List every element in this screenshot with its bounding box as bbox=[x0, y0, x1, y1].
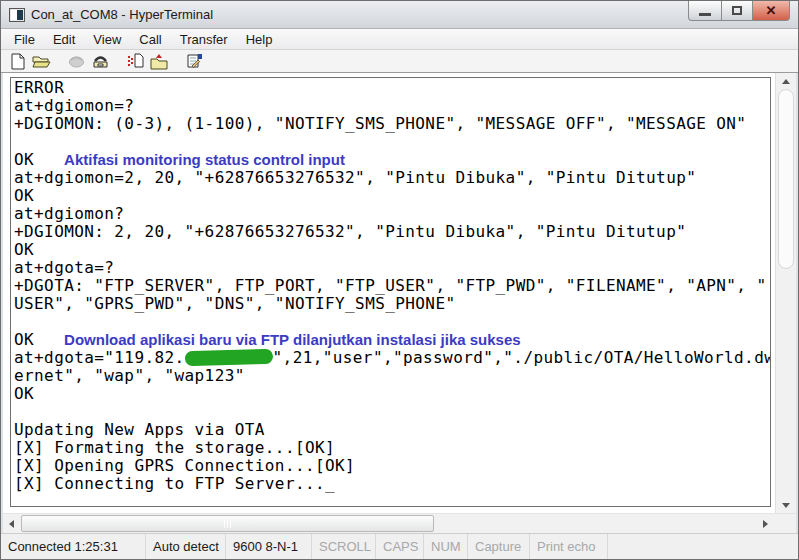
terminal-line: +DGIOMON: (0-3), (1-100), "NOTIFY_SMS_PH… bbox=[14, 115, 770, 133]
terminal-text: at+dgota="119.82. bbox=[14, 348, 185, 367]
status-connection-time: Connected 1:25:31 bbox=[1, 534, 146, 559]
terminal-line: USER", "GPRS_PWD", "DNS", "NOTIFY_SMS_PH… bbox=[14, 295, 770, 313]
annotation-note: Aktifasi monitoring status control input bbox=[64, 151, 345, 168]
menu-transfer[interactable]: Transfer bbox=[171, 30, 237, 49]
terminal-line: at+dgiomon=2, 20, "+62876653276532", "Pi… bbox=[14, 169, 770, 187]
scroll-up-icon bbox=[782, 79, 790, 84]
terminal-line: [X] Formating the storage...[OK] bbox=[14, 439, 770, 457]
send-file-icon[interactable] bbox=[125, 52, 145, 70]
annotation-note: Download aplikasi baru via FTP dilanjutk… bbox=[64, 331, 521, 348]
terminal-text: [X] Formating the storage...[OK] bbox=[14, 438, 335, 457]
vertical-scroll-thumb[interactable] bbox=[778, 89, 794, 269]
receive-file-icon[interactable] bbox=[149, 52, 169, 70]
menu-file[interactable]: File bbox=[5, 30, 44, 49]
terminal-line bbox=[14, 313, 770, 331]
terminal-region: ERRORat+dgiomon=?+DGIOMON: (0-3), (1-100… bbox=[1, 73, 798, 533]
terminal-text: [X] Connecting to FTP Server..._ bbox=[14, 474, 335, 493]
status-filler bbox=[608, 534, 798, 559]
status-print-echo: Print echo bbox=[530, 534, 608, 559]
terminal-line: OK bbox=[14, 241, 770, 259]
terminal-line: ERROR bbox=[14, 79, 770, 97]
window-title: Con_at_COM8 - HyperTerminal bbox=[31, 7, 213, 22]
terminal-text: USER", "GPRS_PWD", "DNS", "NOTIFY_SMS_PH… bbox=[14, 294, 455, 313]
scroll-down-icon bbox=[782, 503, 790, 508]
menu-bar: FileEditViewCallTransferHelp bbox=[1, 29, 798, 50]
terminal-text: at+dgota=? bbox=[14, 258, 114, 277]
status-num-lock: NUM bbox=[424, 534, 468, 559]
hyperterminal-window: Con_at_COM8 - HyperTerminal ✕ FileEditVi… bbox=[0, 0, 799, 560]
terminal-line: OK bbox=[14, 385, 770, 403]
terminal-output[interactable]: ERRORat+dgiomon=?+DGIOMON: (0-3), (1-100… bbox=[10, 77, 771, 507]
vertical-scrollbar[interactable] bbox=[775, 73, 796, 513]
terminal-text: +DGOTA: "FTP_SERVER", FTP_PORT, "FTP_USE… bbox=[14, 276, 766, 295]
terminal-text: +DGIOMON: (0-3), (1-100), "NOTIFY_SMS_PH… bbox=[14, 114, 746, 133]
horizontal-scroll-track[interactable] bbox=[20, 514, 757, 533]
open-connection-icon[interactable] bbox=[31, 52, 51, 70]
terminal-line: OK bbox=[14, 187, 770, 205]
toolbar bbox=[1, 50, 798, 73]
properties-icon[interactable] bbox=[184, 52, 204, 70]
minimize-button[interactable] bbox=[688, 1, 722, 21]
status-caps-lock: CAPS bbox=[376, 534, 424, 559]
menu-call[interactable]: Call bbox=[130, 30, 170, 49]
terminal-text: +DGIOMON: 2, 20, "+62876653276532", "Pin… bbox=[14, 222, 686, 241]
call-icon[interactable] bbox=[66, 52, 86, 70]
vertical-scroll-track[interactable] bbox=[776, 89, 796, 497]
terminal-line: [X] Opening GPRS Connection...[OK] bbox=[14, 457, 770, 475]
scroll-grip-icon bbox=[224, 520, 231, 528]
maximize-icon bbox=[732, 6, 742, 15]
terminal-text: at+dgiomon=? bbox=[14, 96, 134, 115]
close-icon: ✕ bbox=[766, 4, 777, 17]
status-scroll-lock: SCROLL bbox=[312, 534, 376, 559]
terminal-line: +DGOTA: "FTP_SERVER", FTP_PORT, "FTP_USE… bbox=[14, 277, 770, 295]
status-port-settings: 9600 8-N-1 bbox=[226, 534, 312, 559]
scroll-right-icon bbox=[763, 520, 768, 528]
status-capture: Capture bbox=[468, 534, 530, 559]
terminal-text: ERROR bbox=[14, 78, 64, 97]
terminal-line: at+dgiomon? bbox=[14, 205, 770, 223]
terminal-text: at+dgiomon=2, 20, "+62876653276532", "Pi… bbox=[14, 168, 696, 187]
scroll-left-button[interactable] bbox=[3, 514, 20, 533]
maximize-button[interactable] bbox=[722, 1, 752, 21]
minimize-icon bbox=[699, 13, 711, 16]
disconnect-icon[interactable] bbox=[90, 52, 110, 70]
terminal-line: OKDownload aplikasi baru via FTP dilanju… bbox=[14, 331, 770, 349]
terminal-text: ",21,"user","password","./public/OTA/Hel… bbox=[273, 348, 771, 367]
menu-view[interactable]: View bbox=[84, 30, 130, 49]
scroll-right-button[interactable] bbox=[757, 514, 774, 533]
menu-edit[interactable]: Edit bbox=[44, 30, 84, 49]
terminal-line: at+dgiomon=? bbox=[14, 97, 770, 115]
terminal-line: ernet", "wap", "wap123" bbox=[14, 367, 770, 385]
terminal-text: OK bbox=[14, 150, 34, 169]
horizontal-scroll-thumb[interactable] bbox=[21, 515, 434, 532]
terminal-text: [X] Opening GPRS Connection...[OK] bbox=[14, 456, 355, 475]
scrollbar-corner bbox=[774, 514, 796, 533]
terminal-line: +DGIOMON: 2, 20, "+62876653276532", "Pin… bbox=[14, 223, 770, 241]
terminal-line bbox=[14, 133, 770, 151]
terminal-text: at+dgiomon? bbox=[14, 204, 124, 223]
terminal-text: Updating New Apps via OTA bbox=[14, 420, 265, 439]
terminal-text: OK bbox=[14, 384, 34, 403]
scroll-down-button[interactable] bbox=[776, 497, 796, 513]
terminal-line: OKAktifasi monitoring status control inp… bbox=[14, 151, 770, 169]
menu-help[interactable]: Help bbox=[237, 30, 282, 49]
caption-buttons: ✕ bbox=[688, 1, 790, 21]
terminal-text: OK bbox=[14, 186, 34, 205]
new-connection-icon[interactable] bbox=[7, 52, 27, 70]
terminal-line: at+dgota="119.82.",21,"user","password",… bbox=[14, 349, 770, 367]
terminal-line bbox=[14, 403, 770, 421]
close-button[interactable]: ✕ bbox=[752, 1, 790, 21]
titlebar[interactable]: Con_at_COM8 - HyperTerminal ✕ bbox=[1, 1, 798, 29]
terminal-line: Updating New Apps via OTA bbox=[14, 421, 770, 439]
status-bar: Connected 1:25:31Auto detect9600 8-N-1SC… bbox=[1, 533, 798, 559]
hyperterminal-app-icon bbox=[9, 8, 25, 22]
terminal-text: OK bbox=[14, 330, 34, 349]
status-emulation: Auto detect bbox=[146, 534, 226, 559]
terminal-margin: ERRORat+dgiomon=?+DGIOMON: (0-3), (1-100… bbox=[3, 73, 775, 513]
terminal-line: at+dgota=? bbox=[14, 259, 770, 277]
terminal-text: ernet", "wap", "wap123" bbox=[14, 366, 245, 385]
terminal-line: [X] Connecting to FTP Server..._ bbox=[14, 475, 770, 493]
scroll-up-button[interactable] bbox=[776, 73, 796, 89]
horizontal-scrollbar[interactable] bbox=[3, 513, 796, 533]
redaction-blob bbox=[184, 349, 272, 366]
